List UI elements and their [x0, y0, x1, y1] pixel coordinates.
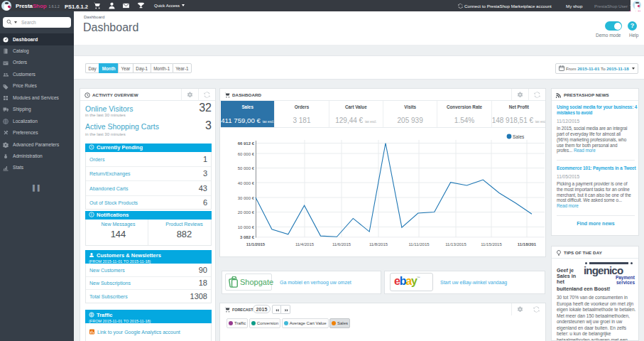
svg-text:11/1/2015: 11/1/2015: [246, 242, 266, 247]
svg-text:11/15/2015: 11/15/2015: [481, 242, 502, 247]
svg-text:11/4/2015: 11/4/2015: [295, 242, 315, 247]
svg-text:Sales: Sales: [513, 134, 525, 139]
svg-text:11/8/2015: 11/8/2015: [369, 242, 388, 247]
svg-text:10 000 €: 10 000 €: [238, 225, 255, 229]
svg-text:11/6/2015: 11/6/2015: [332, 242, 351, 247]
svg-text:11/13/2015: 11/13/2015: [445, 242, 466, 247]
svg-text:30 000 €: 30 000 €: [238, 196, 255, 200]
svg-text:3 082 €: 3 082 €: [240, 235, 255, 239]
svg-text:50 000 €: 50 000 €: [238, 166, 255, 170]
svg-text:40 000 €: 40 000 €: [238, 181, 255, 185]
svg-text:60 000 €: 60 000 €: [238, 152, 255, 156]
svg-text:66 912 €: 66 912 €: [238, 141, 255, 146]
svg-text:20 000 €: 20 000 €: [238, 210, 255, 215]
svg-text:11/18/201: 11/18/201: [518, 242, 537, 247]
svg-text:11/11/2015: 11/11/2015: [408, 242, 430, 247]
